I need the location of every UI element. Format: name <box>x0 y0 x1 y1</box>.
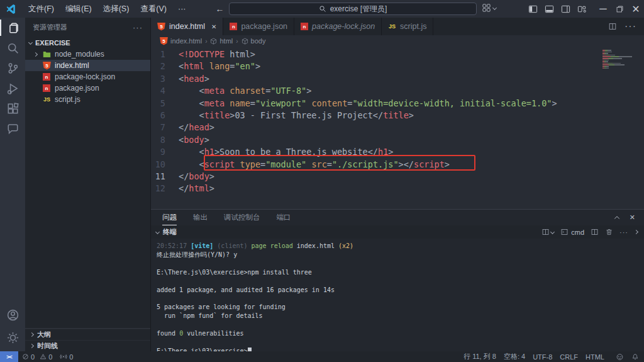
section-label: 大纲 <box>37 330 51 339</box>
code-line-10[interactable]: 10 <script type="module" src="./script.j… <box>151 159 644 171</box>
node-modules-folder-icon <box>43 50 51 59</box>
breadcrumb: 5index.html›html›body <box>151 35 644 47</box>
notifications-status[interactable] <box>628 351 644 362</box>
editor-more-actions[interactable]: ··· <box>625 21 636 32</box>
status-language-mode[interactable]: HTML <box>582 351 608 362</box>
minimap-line <box>602 53 608 54</box>
terminal-more-actions[interactable]: ··· <box>619 229 628 236</box>
maximize-panel-icon[interactable] <box>613 214 621 222</box>
file-tree-item-node_modules[interactable]: node_modules <box>25 48 150 60</box>
toggle-primary-sidebar-icon[interactable] <box>525 0 541 18</box>
file-tree-item-package-lock.json[interactable]: npackage-lock.json <box>25 71 150 82</box>
kill-terminal-icon[interactable] <box>605 228 613 236</box>
restore-button[interactable] <box>611 0 628 18</box>
settings-activity-icon[interactable] <box>0 326 25 349</box>
chevron-down-icon[interactable] <box>155 230 160 234</box>
customize-layout-icon[interactable] <box>574 0 590 18</box>
code-line-8[interactable]: 8<body> <box>151 134 644 146</box>
code-line-9[interactable]: 9 <h1>Soon to be a Three.js website</h1> <box>151 146 644 158</box>
code-line-6[interactable]: 6 <title>03 - First Three.js Project</ti… <box>151 110 644 122</box>
breadcrumb-label: html <box>219 37 233 45</box>
status-bar: >< 0 0 0 行 11, 列 8空格: 4UTF-8CRLFHTML <box>0 351 644 362</box>
code-text: <html lang="en"> <box>179 60 260 72</box>
html5-file-icon: 5 <box>43 62 51 70</box>
terminal-line-9: run `npm fund` for details <box>157 312 644 320</box>
breadcrumb-item-html[interactable]: html <box>210 37 233 45</box>
toggle-panel-icon[interactable] <box>541 0 557 18</box>
terminal-line-2: 终止批处理操作吗(Y/N)? y <box>157 251 644 259</box>
status-eol[interactable]: CRLF <box>556 351 582 362</box>
file-tree-item-script.js[interactable]: JSscript.js <box>25 94 150 105</box>
close-tab-icon[interactable]: ✕ <box>211 23 216 30</box>
file-tree-item-index.html[interactable]: 5index.html <box>25 60 150 71</box>
chevron-right-icon[interactable] <box>634 230 638 234</box>
panel-tab-问题[interactable]: 问题 <box>162 210 177 225</box>
code-line-2[interactable]: 2<html lang="en"> <box>151 60 644 72</box>
minimap-line <box>602 64 625 65</box>
grid-icon <box>482 3 491 13</box>
panel-tab-输出[interactable]: 输出 <box>193 210 208 225</box>
minimap[interactable] <box>602 50 635 69</box>
sidebar-section-时间线[interactable]: 时间线 <box>25 340 150 351</box>
command-center-search[interactable]: exercise [管理员] <box>229 3 477 15</box>
breadcrumb-item-index.html[interactable]: 5index.html <box>160 37 202 45</box>
line-number: 7 <box>151 122 179 133</box>
tab-index.html[interactable]: 5index.html✕ <box>151 18 223 35</box>
remote-indicator[interactable]: >< <box>0 351 18 362</box>
panel-tab-端口[interactable]: 端口 <box>277 210 291 225</box>
terminal-instance-tab[interactable]: cmd <box>560 228 584 236</box>
menu-item-V[interactable]: 查看(V) <box>135 0 172 18</box>
menu-more[interactable]: ··· <box>172 0 192 18</box>
tab-package-lock.json[interactable]: npackage-lock.json <box>294 18 382 35</box>
tab-script.js[interactable]: JSscript.js <box>382 18 433 35</box>
toggle-secondary-sidebar-icon[interactable] <box>557 0 574 18</box>
workspace-section-header[interactable]: EXERCISE <box>25 37 150 48</box>
minimap-line <box>602 68 609 69</box>
sidebar-section-大纲[interactable]: 大纲 <box>25 329 150 340</box>
line-number: 12 <box>151 183 179 195</box>
code-line-12[interactable]: 12</html> <box>151 183 644 195</box>
status-cursor-position[interactable]: 行 11, 列 8 <box>460 351 500 362</box>
extensions-activity-icon[interactable] <box>0 98 25 118</box>
menu-item-E[interactable]: 编辑(E) <box>60 0 97 18</box>
status-indentation[interactable]: 空格: 4 <box>500 351 529 362</box>
menu-item-F[interactable]: 文件(F) <box>23 0 60 18</box>
launch-profile-dropdown[interactable] <box>541 228 554 236</box>
run-debug-activity-icon[interactable] <box>0 78 25 98</box>
problems-status[interactable]: 0 0 <box>18 351 56 362</box>
nav-back-icon[interactable]: ← <box>215 4 224 14</box>
code-line-4[interactable]: 4 <meta charset="UTF-8"> <box>151 85 644 97</box>
terminal-header: 终端 cmd ··· <box>151 225 644 239</box>
code-line-5[interactable]: 5 <meta name="viewport" content="width=d… <box>151 98 644 110</box>
ports-status[interactable]: 0 <box>56 351 77 362</box>
menu-item-S[interactable]: 选择(S) <box>97 0 135 18</box>
status-encoding[interactable]: UTF-8 <box>529 351 556 362</box>
code-line-3[interactable]: 3<head> <box>151 73 644 85</box>
code-line-11[interactable]: 11</body> <box>151 171 644 183</box>
split-terminal-icon[interactable] <box>591 228 599 236</box>
tab-package.json[interactable]: npackage.json <box>223 18 294 35</box>
search-activity-icon[interactable] <box>0 38 25 58</box>
profile-layout-selector[interactable] <box>482 3 496 13</box>
explorer-activity-icon[interactable] <box>0 18 25 38</box>
minimize-button[interactable]: ─ <box>595 0 611 18</box>
code-line-7[interactable]: 7</head> <box>151 122 644 133</box>
close-window-button[interactable]: ✕ <box>628 0 644 18</box>
chat-activity-icon[interactable] <box>0 118 25 139</box>
panel-tab-调试控制台[interactable]: 调试控制台 <box>224 210 260 225</box>
code-text: <head> <box>179 73 209 85</box>
code-editor[interactable]: 1<!DOCTYPE html>2<html lang="en">3<head>… <box>151 47 644 209</box>
split-editor-icon[interactable] <box>608 22 617 31</box>
terminal-output[interactable]: 20:52:17 [vite] (client) page reload ind… <box>151 239 644 351</box>
source-control-activity-icon[interactable] <box>0 58 25 78</box>
file-tree-item-package.json[interactable]: npackage.json <box>25 82 150 94</box>
accounts-activity-icon[interactable] <box>0 303 25 326</box>
javascript-file-icon: JS <box>388 23 396 31</box>
terminal-line-1: 20:52:17 [vite] (client) page reload ind… <box>157 242 644 251</box>
explorer-more-actions[interactable]: ··· <box>133 23 143 32</box>
copilot-status[interactable] <box>612 351 628 362</box>
close-panel-icon[interactable]: ✕ <box>630 213 635 222</box>
code-line-1[interactable]: 1<!DOCTYPE html> <box>151 48 644 60</box>
tab-label: package.json <box>241 22 287 31</box>
breadcrumb-item-body[interactable]: body <box>242 37 266 45</box>
